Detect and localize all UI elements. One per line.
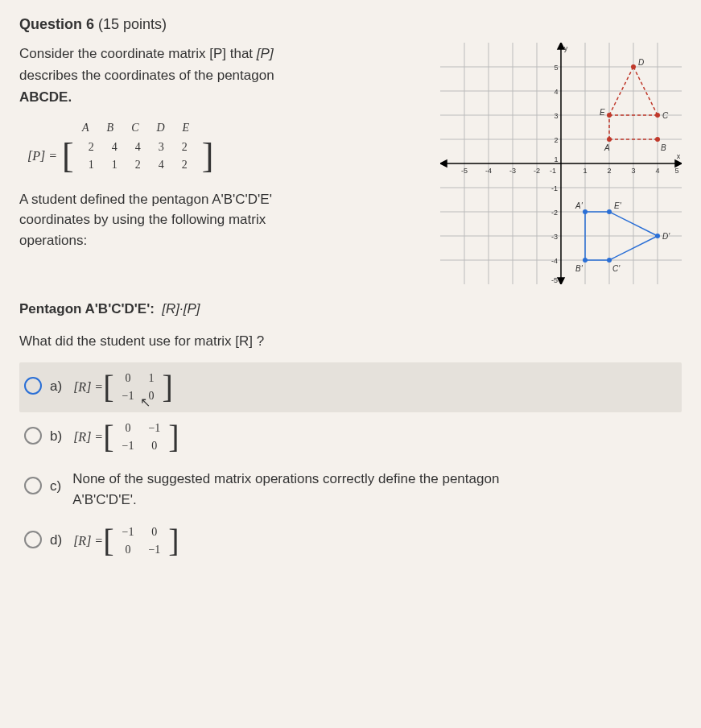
matrix-cell: −1: [142, 542, 167, 558]
matrix-cell: 0: [142, 524, 167, 540]
matrix-cell: 2: [174, 157, 196, 173]
svg-text:D': D': [662, 232, 670, 241]
matrix-cell: −1: [142, 420, 167, 436]
option-c[interactable]: c) None of the suggested matrix operatio…: [19, 462, 682, 516]
svg-text:C: C: [662, 111, 669, 120]
svg-text:x: x: [677, 152, 681, 160]
svg-text:-5: -5: [551, 276, 558, 284]
svg-text:-5: -5: [461, 167, 468, 175]
question-number: Question 6: [19, 16, 94, 32]
svg-text:B': B': [575, 264, 583, 273]
matrix-lhs: [R] =: [73, 380, 103, 395]
svg-marker-18: [675, 160, 682, 167]
option-c-text-1: None of the suggested matrix operations …: [72, 471, 499, 486]
matrix-cell: 1: [142, 370, 160, 387]
radio-c[interactable]: [24, 477, 42, 494]
option-d[interactable]: d) [R] = [ −10 0−1 ]: [19, 516, 682, 566]
svg-text:-1: -1: [550, 167, 556, 175]
operation-label: Pentagon A'B'C'D'E':: [19, 301, 155, 316]
matrix-cell: 4: [127, 139, 149, 155]
svg-point-49: [607, 137, 612, 142]
radio-a[interactable]: [24, 377, 42, 395]
svg-text:-2: -2: [534, 167, 540, 175]
operation-line: Pentagon A'B'C'D'E': [R]·[P]: [19, 299, 682, 320]
question-header: Question 6 (15 points): [19, 16, 682, 33]
svg-point-67: [655, 234, 660, 238]
matrix-cell: −1: [115, 524, 140, 540]
svg-text:1: 1: [583, 167, 587, 175]
matrix-cell: 2: [127, 157, 149, 173]
matrix-cell: −1: [115, 388, 140, 404]
svg-text:E: E: [600, 108, 605, 117]
svg-text:D: D: [638, 58, 644, 67]
svg-text:4: 4: [554, 88, 558, 96]
svg-text:-3: -3: [509, 167, 516, 175]
svg-text:A': A': [575, 201, 583, 210]
matrix-cell: 4: [104, 139, 126, 155]
matrix-lhs: [R] =: [73, 534, 103, 548]
question-points: (15 points): [98, 16, 167, 32]
matrix-cell: 0: [115, 420, 140, 436]
matrix-lhs: [R] =: [73, 430, 103, 445]
svg-text:B: B: [661, 143, 666, 152]
option-b[interactable]: b) [R] = [ 0−1 −10 ]: [19, 412, 682, 462]
student-definition-text: A student defined the pentagon A'B'C'D'E…: [19, 189, 421, 251]
matrix-cell: 0: [115, 370, 140, 387]
coordinate-graph: -5-4-3-2-1 12345 54321 -1-2-3-4-5 yx ABC…: [440, 43, 682, 284]
matrix-cell: −1: [115, 438, 140, 454]
intro-line-1: Consider the coordinate matrix [P] that: [19, 46, 253, 61]
matrix-cell: 2: [174, 139, 196, 155]
matrix-column-headers: A B C D E: [72, 120, 199, 136]
svg-text:2: 2: [554, 136, 558, 144]
cursor-icon: ↖: [140, 395, 151, 410]
option-c-text-2: A'B'C'D'E'.: [72, 492, 137, 507]
col-header: A: [74, 122, 97, 134]
student-line: operations:: [19, 233, 87, 248]
svg-point-65: [583, 258, 588, 263]
options-list: a) [R] = [ 01 −10 ] ↖ b) [R] = [ 0−1: [19, 362, 682, 566]
sub-question: What did the student use for matrix [R] …: [19, 331, 682, 352]
option-label: d): [50, 532, 62, 548]
svg-point-66: [607, 258, 612, 263]
svg-text:-2: -2: [551, 209, 558, 217]
svg-point-51: [655, 113, 660, 118]
question-prompt: Consider the coordinate matrix [P] that …: [19, 43, 421, 109]
svg-point-52: [631, 64, 636, 69]
option-label: c): [50, 478, 61, 494]
matrix-cell: 3: [151, 139, 172, 155]
svg-text:C': C': [612, 264, 621, 273]
svg-text:5: 5: [554, 64, 558, 72]
svg-text:y: y: [564, 44, 568, 52]
student-line: coordinates by using the following matri…: [19, 212, 266, 227]
col-header: C: [123, 122, 146, 134]
operation-expr: [R]·[P]: [162, 301, 200, 316]
svg-text:1: 1: [554, 155, 558, 163]
svg-text:2: 2: [607, 167, 611, 175]
svg-text:4: 4: [655, 167, 659, 175]
svg-text:E': E': [614, 201, 622, 210]
svg-text:-4: -4: [551, 257, 558, 265]
svg-text:-3: -3: [551, 233, 558, 241]
svg-text:A: A: [604, 143, 610, 152]
col-header: E: [175, 122, 198, 134]
matrix-p-block: A B C D E [P] = [ 2 4 4 3 2: [27, 120, 421, 175]
option-label: b): [50, 428, 62, 445]
svg-text:-4: -4: [485, 167, 492, 175]
svg-marker-19: [440, 160, 447, 167]
svg-point-64: [583, 209, 588, 214]
svg-text:3: 3: [554, 112, 558, 120]
radio-b[interactable]: [24, 427, 42, 445]
svg-text:5: 5: [674, 167, 678, 175]
radio-d[interactable]: [24, 531, 42, 548]
student-line: A student defined the pentagon A'B'C'D'E…: [19, 192, 272, 207]
option-label: a): [50, 378, 62, 395]
matrix-cell: 0: [142, 438, 167, 454]
intro-line-2: describes the coordinates of the pentago…: [19, 68, 274, 83]
svg-point-50: [655, 137, 660, 142]
matrix-cell: 0: [115, 542, 140, 558]
matrix-cell: 1: [104, 157, 126, 173]
col-header: B: [99, 122, 122, 134]
option-a[interactable]: a) [R] = [ 01 −10 ]: [19, 362, 682, 412]
svg-marker-21: [558, 278, 564, 284]
matrix-cell: 1: [80, 157, 102, 173]
